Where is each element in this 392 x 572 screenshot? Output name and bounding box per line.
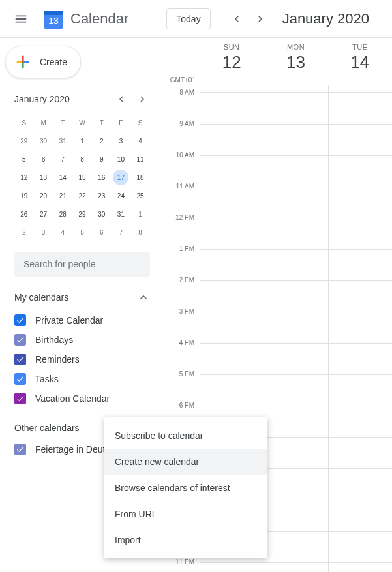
allday-cell[interactable] bbox=[328, 85, 392, 92]
mini-day-cell[interactable]: 3 bbox=[36, 224, 52, 240]
mini-prev-month-button[interactable] bbox=[113, 91, 129, 107]
mini-day-cell[interactable]: 19 bbox=[16, 188, 32, 203]
mini-day-cell[interactable]: 1 bbox=[74, 133, 90, 149]
hour-cell[interactable] bbox=[264, 187, 327, 218]
mini-day-cell[interactable]: 28 bbox=[55, 206, 70, 222]
people-search-input[interactable] bbox=[23, 259, 141, 269]
hour-cell[interactable] bbox=[264, 250, 327, 281]
hour-cell[interactable] bbox=[264, 469, 327, 500]
day-column[interactable] bbox=[328, 93, 392, 572]
mini-day-cell[interactable]: 5 bbox=[16, 151, 32, 167]
mini-day-cell[interactable]: 9 bbox=[94, 151, 110, 167]
mini-day-cell[interactable]: 29 bbox=[74, 206, 90, 222]
mini-day-cell[interactable]: 17 bbox=[113, 170, 128, 185]
menu-item[interactable]: Browse calendars of interest bbox=[104, 475, 267, 501]
mini-day-cell[interactable]: 4 bbox=[55, 224, 70, 240]
hour-cell[interactable] bbox=[264, 218, 327, 250]
hour-cell[interactable] bbox=[264, 344, 327, 375]
allday-cell[interactable] bbox=[264, 85, 327, 92]
mini-day-cell[interactable]: 8 bbox=[132, 224, 148, 240]
day-header[interactable]: SUN12 bbox=[200, 38, 264, 85]
mini-day-cell[interactable]: 1 bbox=[132, 206, 148, 222]
mini-day-cell[interactable]: 25 bbox=[132, 188, 148, 203]
mini-day-cell[interactable]: 12 bbox=[16, 170, 32, 185]
next-period-button[interactable] bbox=[250, 8, 271, 29]
hour-cell[interactable] bbox=[200, 125, 264, 156]
menu-item[interactable]: Create new calendar bbox=[104, 449, 267, 475]
menu-item[interactable]: From URL bbox=[104, 501, 267, 527]
hour-cell[interactable] bbox=[264, 312, 327, 344]
mini-day-cell[interactable]: 30 bbox=[94, 206, 110, 222]
prev-period-button[interactable] bbox=[226, 8, 247, 29]
mini-day-cell[interactable]: 14 bbox=[55, 170, 70, 185]
mini-day-cell[interactable]: 6 bbox=[94, 224, 110, 240]
mini-day-cell[interactable]: 10 bbox=[113, 151, 128, 167]
hour-cell[interactable] bbox=[264, 500, 327, 532]
menu-item[interactable]: Import bbox=[104, 527, 267, 553]
calendar-item[interactable]: Birthdays bbox=[14, 330, 150, 350]
today-button[interactable]: Today bbox=[166, 8, 210, 29]
hour-cell[interactable] bbox=[264, 156, 327, 187]
mini-day-cell[interactable]: 5 bbox=[74, 224, 90, 240]
hour-cell[interactable] bbox=[264, 93, 327, 125]
mini-day-cell[interactable]: 23 bbox=[94, 188, 110, 203]
mini-day-cell[interactable]: 4 bbox=[132, 133, 148, 149]
mini-day-cell[interactable]: 30 bbox=[36, 133, 52, 149]
hour-cell[interactable] bbox=[200, 218, 264, 250]
mini-day-cell[interactable]: 27 bbox=[36, 206, 52, 222]
hour-cell[interactable] bbox=[200, 156, 264, 187]
calendar-checkbox[interactable] bbox=[14, 354, 26, 365]
menu-item[interactable]: Subscribe to calendar bbox=[104, 423, 267, 449]
hour-cell[interactable] bbox=[200, 375, 264, 406]
calendar-checkbox[interactable] bbox=[14, 373, 26, 385]
hour-cell[interactable] bbox=[264, 125, 327, 156]
calendar-item[interactable]: Private Calendar bbox=[14, 310, 150, 330]
main-menu-button[interactable] bbox=[8, 6, 34, 32]
app-logo[interactable]: 13 Calendar bbox=[42, 7, 128, 31]
mini-next-month-button[interactable] bbox=[134, 91, 150, 107]
mini-day-cell[interactable]: 24 bbox=[113, 188, 128, 203]
hour-cell[interactable] bbox=[329, 469, 392, 500]
calendar-item[interactable]: Reminders bbox=[14, 350, 150, 369]
hour-cell[interactable] bbox=[329, 250, 392, 281]
hour-cell[interactable] bbox=[264, 281, 327, 312]
hour-cell[interactable] bbox=[200, 312, 264, 344]
hour-cell[interactable] bbox=[264, 406, 327, 438]
hour-cell[interactable] bbox=[329, 187, 392, 218]
hour-cell[interactable] bbox=[329, 532, 392, 563]
hour-cell[interactable] bbox=[329, 375, 392, 406]
mini-day-cell[interactable]: 11 bbox=[132, 151, 148, 167]
hour-cell[interactable] bbox=[200, 187, 264, 218]
calendar-checkbox[interactable] bbox=[14, 393, 26, 404]
hour-cell[interactable] bbox=[264, 532, 327, 563]
hour-cell[interactable] bbox=[200, 250, 264, 281]
mini-day-cell[interactable]: 18 bbox=[132, 170, 148, 185]
mini-day-cell[interactable]: 8 bbox=[74, 151, 90, 167]
hour-cell[interactable] bbox=[264, 375, 327, 406]
day-column[interactable] bbox=[264, 93, 327, 572]
mini-day-cell[interactable]: 20 bbox=[36, 188, 52, 203]
mini-day-cell[interactable]: 2 bbox=[16, 224, 32, 240]
hour-cell[interactable] bbox=[200, 281, 264, 312]
mini-day-cell[interactable]: 26 bbox=[16, 206, 32, 222]
hour-cell[interactable] bbox=[264, 563, 327, 572]
day-header[interactable]: MON13 bbox=[264, 38, 327, 85]
mini-day-cell[interactable]: 15 bbox=[74, 170, 90, 185]
hour-cell[interactable] bbox=[329, 93, 392, 125]
hour-cell[interactable] bbox=[329, 563, 392, 572]
people-search-box[interactable] bbox=[14, 252, 150, 277]
mini-day-cell[interactable]: 7 bbox=[55, 151, 70, 167]
mini-day-cell[interactable]: 13 bbox=[36, 170, 52, 185]
hour-cell[interactable] bbox=[329, 125, 392, 156]
hour-cell[interactable] bbox=[200, 344, 264, 375]
calendar-item[interactable]: Tasks bbox=[14, 369, 150, 389]
mini-day-cell[interactable]: 29 bbox=[16, 133, 32, 149]
hour-cell[interactable] bbox=[329, 406, 392, 438]
calendar-item[interactable]: Vacation Calendar bbox=[14, 389, 150, 408]
day-header[interactable]: TUE14 bbox=[328, 38, 392, 85]
hour-cell[interactable] bbox=[329, 312, 392, 344]
calendar-checkbox[interactable] bbox=[14, 314, 26, 326]
calendar-checkbox[interactable] bbox=[14, 334, 26, 346]
mini-day-cell[interactable]: 16 bbox=[94, 170, 110, 185]
hour-cell[interactable] bbox=[200, 93, 264, 125]
